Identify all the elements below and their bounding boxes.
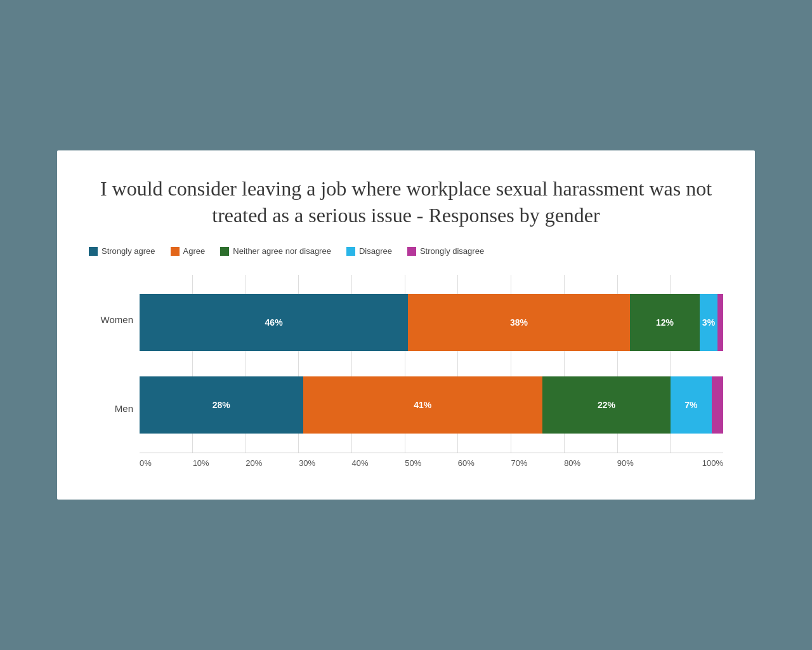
bar-segment: 46%	[140, 294, 408, 351]
y-labels: WomenMen	[89, 275, 140, 453]
grid-and-bars: WomenMen 46%38%12%3%28%41%22%7%	[89, 275, 723, 453]
x-axis-tick: 60%	[458, 458, 511, 468]
x-axis: 0%10%20%30%40%50%60%70%80%90%100%	[140, 453, 723, 468]
legend-color-swatch	[171, 247, 180, 256]
bar-segment	[717, 294, 723, 351]
x-axis-tick: 30%	[299, 458, 352, 468]
legend-item: Agree	[171, 246, 206, 256]
bar-segment: 28%	[140, 376, 303, 434]
bar-segment	[712, 376, 723, 434]
legend-item: Disagree	[346, 246, 392, 256]
bar-row: 28%41%22%7%	[140, 376, 723, 434]
x-axis-tick: 100%	[670, 458, 723, 468]
legend-item-label: Disagree	[359, 246, 392, 256]
y-axis-label: Women	[89, 314, 133, 325]
x-axis-tick: 10%	[193, 458, 246, 468]
legend-item-label: Agree	[183, 246, 206, 256]
legend-item-label: Neither agree nor disagree	[233, 246, 331, 256]
bar-segment: 7%	[671, 376, 711, 434]
legend-item: Strongly agree	[89, 246, 155, 256]
legend-color-swatch	[346, 247, 355, 256]
bar-row: 46%38%12%3%	[140, 294, 723, 351]
chart-area: WomenMen 46%38%12%3%28%41%22%7% 0%10%20%…	[89, 275, 723, 468]
legend-color-swatch	[89, 247, 98, 256]
bar-segment: 12%	[630, 294, 700, 351]
x-axis-tick: 40%	[352, 458, 405, 468]
legend-item-label: Strongly disagree	[420, 246, 484, 256]
legend-color-swatch	[220, 247, 229, 256]
bar-segment: 38%	[408, 294, 630, 351]
legend-item: Strongly disagree	[407, 246, 484, 256]
legend-color-swatch	[407, 247, 416, 256]
bar-segment: 22%	[542, 376, 671, 434]
legend: Strongly agreeAgreeNeither agree nor dis…	[89, 246, 723, 256]
y-axis-label: Men	[89, 403, 133, 414]
x-axis-tick: 20%	[246, 458, 299, 468]
x-axis-tick: 50%	[405, 458, 458, 468]
legend-item: Neither agree nor disagree	[220, 246, 331, 256]
x-axis-tick: 80%	[564, 458, 617, 468]
x-axis-tick: 90%	[617, 458, 671, 468]
bar-segment: 3%	[700, 294, 717, 351]
bar-segment: 41%	[303, 376, 542, 434]
x-axis-tick: 0%	[140, 458, 193, 468]
chart-title: I would consider leaving a job where wor…	[89, 176, 723, 229]
chart-container: I would consider leaving a job where wor…	[57, 150, 755, 500]
bars-area: 46%38%12%3%28%41%22%7%	[140, 275, 723, 453]
legend-item-label: Strongly agree	[102, 246, 155, 256]
x-axis-tick: 70%	[511, 458, 564, 468]
